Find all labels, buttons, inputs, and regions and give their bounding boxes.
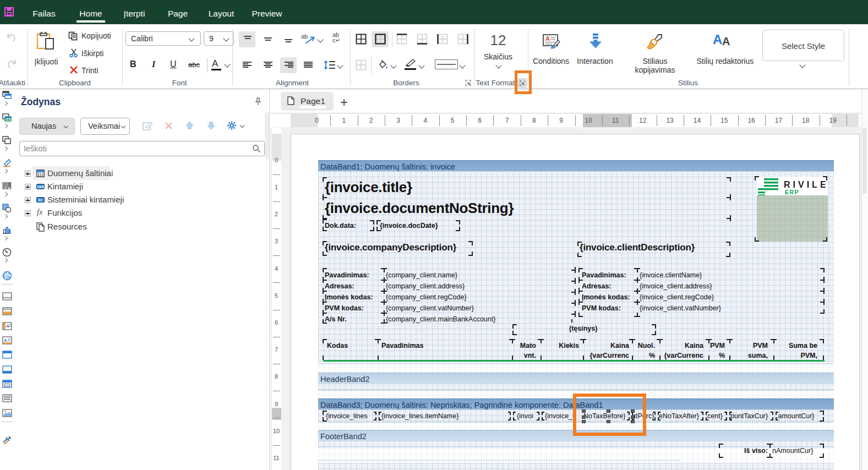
svg-text:A: A [545,35,550,42]
svg-text:A: A [4,338,7,343]
svg-text:123: 123 [5,187,10,190]
